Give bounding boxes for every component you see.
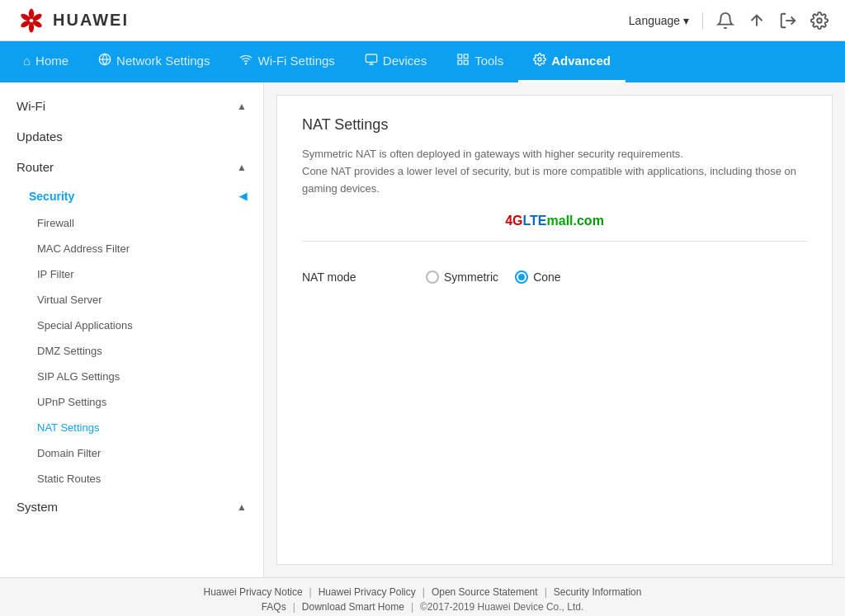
footer-copyright: ©2017-2019 Huawei Device Co., Ltd. (420, 601, 583, 613)
content-area: NAT Settings Symmetric NAT is often depl… (276, 95, 833, 565)
sidebar-item-firewall[interactable]: Firewall (0, 210, 263, 236)
sidebar-updates-label: Updates (17, 129, 63, 143)
footer-faqs[interactable]: FAQs (262, 601, 286, 613)
huawei-logo-icon (17, 6, 46, 35)
sidebar-item-security[interactable]: Security ◀ (0, 182, 263, 210)
sidebar-item-virtual-server[interactable]: Virtual Server (0, 287, 263, 313)
svg-rect-16 (458, 60, 462, 64)
tools-icon (456, 53, 470, 68)
svg-rect-15 (465, 60, 469, 64)
sidebar-system-label: System (17, 500, 58, 514)
sidebar-item-dmz[interactable]: DMZ Settings (0, 338, 263, 364)
nav-tools[interactable]: Tools (441, 41, 518, 82)
nav-bar: ⌂ Home Network Settings Wi-Fi Settings (0, 41, 845, 82)
sidebar-section-system[interactable]: System ▲ (0, 491, 263, 522)
sidebar-item-static-routes[interactable]: Static Routes (0, 466, 263, 491)
nav-devices[interactable]: Devices (350, 41, 441, 82)
logout-icon[interactable] (779, 12, 797, 30)
sidebar-section-wifi[interactable]: Wi-Fi ▲ (0, 91, 263, 121)
sidebar-item-special-apps[interactable]: Special Applications (0, 313, 263, 338)
sidebar-item-mac-filter[interactable]: MAC Address Filter (0, 236, 263, 261)
footer-privacy-notice[interactable]: Huawei Privacy Notice (204, 586, 303, 598)
radio-symmetric-circle (426, 270, 439, 284)
logo: HUAWEI (17, 6, 129, 35)
svg-rect-14 (465, 54, 469, 59)
upload-icon[interactable] (748, 12, 766, 30)
radio-cone-label: Cone (533, 270, 560, 284)
svg-rect-13 (458, 54, 462, 59)
top-right-controls: Language ▾ (629, 12, 828, 30)
watermark: 4GLTEmall.com (302, 214, 807, 228)
notification-icon[interactable] (716, 12, 734, 30)
page-title: NAT Settings (302, 116, 807, 134)
footer-links-row1: Huawei Privacy Notice | Huawei Privacy P… (8, 586, 837, 598)
nat-mode-radio-group: Symmetric Cone (426, 270, 561, 284)
nat-mode-row: NAT mode Symmetric Cone (302, 262, 807, 292)
router-arrow-icon: ▲ (237, 162, 247, 173)
devices-icon (365, 53, 378, 68)
svg-rect-12 (366, 54, 376, 62)
sidebar-item-nat-settings[interactable]: NAT Settings (0, 415, 263, 440)
radio-cone[interactable]: Cone (515, 270, 560, 284)
footer: Huawei Privacy Notice | Huawei Privacy P… (0, 577, 845, 616)
content-divider (302, 241, 807, 242)
sidebar-section-updates[interactable]: Updates (0, 121, 263, 152)
nav-network[interactable]: Network Settings (83, 41, 224, 82)
settings-icon[interactable] (810, 12, 828, 30)
svg-point-8 (817, 18, 822, 23)
footer-links-row2: FAQs | Download Smart Home | ©2017-2019 … (8, 601, 837, 613)
sidebar-section-router[interactable]: Router ▲ (0, 152, 263, 182)
sidebar-item-ip-filter[interactable]: IP Filter (0, 261, 263, 287)
sidebar: Wi-Fi ▲ Updates Router ▲ Security ◀ Fire… (0, 82, 264, 577)
sidebar-item-sip-alg[interactable]: SIP ALG Settings (0, 364, 263, 389)
footer-open-source[interactable]: Open Source Statement (432, 586, 538, 598)
sidebar-router-label: Router (17, 160, 54, 174)
security-label: Security (29, 190, 74, 203)
main-layout: Wi-Fi ▲ Updates Router ▲ Security ◀ Fire… (0, 82, 845, 577)
sidebar-wifi-label: Wi-Fi (17, 99, 45, 113)
description: Symmetric NAT is often deployed in gatew… (302, 146, 807, 197)
footer-download-smart[interactable]: Download Smart Home (302, 601, 404, 613)
svg-point-17 (538, 58, 541, 61)
wifi-arrow-icon: ▲ (237, 101, 247, 112)
svg-point-11 (246, 63, 247, 64)
radio-cone-circle (515, 270, 528, 284)
brand-name: HUAWEI (53, 11, 129, 30)
system-arrow-icon: ▲ (237, 501, 247, 513)
network-icon (98, 53, 111, 68)
sidebar-item-domain-filter[interactable]: Domain Filter (0, 440, 263, 466)
nav-wifi[interactable]: Wi-Fi Settings (224, 41, 349, 82)
language-button[interactable]: Language ▾ (629, 14, 689, 27)
home-icon: ⌂ (23, 54, 31, 68)
top-bar: HUAWEI Language ▾ (0, 0, 845, 41)
wifi-icon (239, 53, 253, 68)
nav-home[interactable]: ⌂ Home (8, 41, 83, 82)
divider (702, 12, 703, 29)
nav-advanced[interactable]: Advanced (518, 41, 625, 82)
advanced-icon (533, 53, 546, 68)
radio-symmetric[interactable]: Symmetric (426, 270, 498, 284)
footer-security-info[interactable]: Security Information (554, 586, 642, 598)
security-arrow-icon: ◀ (239, 190, 247, 202)
nat-mode-label: NAT mode (302, 270, 401, 284)
footer-privacy-policy[interactable]: Huawei Privacy Policy (319, 586, 416, 598)
sidebar-item-upnp[interactable]: UPnP Settings (0, 389, 263, 415)
radio-symmetric-label: Symmetric (444, 270, 498, 284)
